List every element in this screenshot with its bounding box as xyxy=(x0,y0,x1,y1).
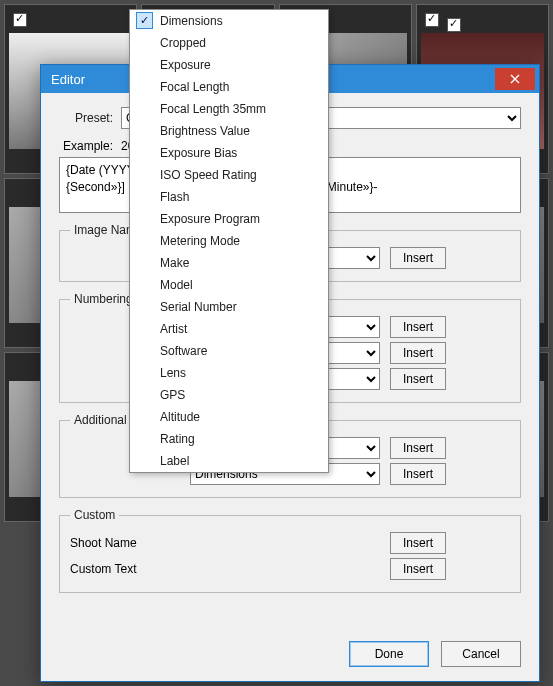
dropdown-item[interactable]: Exposure xyxy=(130,54,328,76)
dropdown-item[interactable]: Rating xyxy=(130,428,328,450)
dropdown-item[interactable]: Exposure Program xyxy=(130,208,328,230)
group-custom: Custom Shoot Name Insert Custom Text Ins… xyxy=(59,508,521,593)
dropdown-item[interactable]: Serial Number xyxy=(130,296,328,318)
dropdown-item[interactable]: Exposure Bias xyxy=(130,142,328,164)
dropdown-item[interactable]: Artist xyxy=(130,318,328,340)
preset-label: Preset: xyxy=(59,111,113,125)
dropdown-item[interactable]: Flash xyxy=(130,186,328,208)
dialog-title: Editor xyxy=(51,72,85,87)
dropdown-item[interactable]: Altitude xyxy=(130,406,328,428)
dropdown-item[interactable]: Lens xyxy=(130,362,328,384)
insert-button[interactable]: Insert xyxy=(390,368,446,390)
dropdown-item[interactable]: Software xyxy=(130,340,328,362)
dropdown-item[interactable]: Brightness Value xyxy=(130,120,328,142)
insert-button[interactable]: Insert xyxy=(390,247,446,269)
insert-button[interactable]: Insert xyxy=(390,342,446,364)
insert-button[interactable]: Insert xyxy=(390,463,446,485)
dropdown-item[interactable]: Make xyxy=(130,252,328,274)
dropdown-item[interactable]: Cropped xyxy=(130,32,328,54)
dropdown-item[interactable]: Model xyxy=(130,274,328,296)
dropdown-item[interactable]: Dimensions xyxy=(130,10,328,32)
custom-text-label: Custom Text xyxy=(70,562,190,576)
close-button[interactable] xyxy=(495,68,535,90)
done-button[interactable]: Done xyxy=(349,641,429,667)
insert-button[interactable]: Insert xyxy=(390,558,446,580)
dropdown-item[interactable]: GPS xyxy=(130,384,328,406)
dropdown-item[interactable]: Label xyxy=(130,450,328,472)
insert-button[interactable]: Insert xyxy=(390,316,446,338)
cancel-button[interactable]: Cancel xyxy=(441,641,521,667)
dropdown-item[interactable]: Metering Mode xyxy=(130,230,328,252)
close-icon xyxy=(510,74,520,84)
dropdown-item[interactable]: Focal Length 35mm xyxy=(130,98,328,120)
insert-button[interactable]: Insert xyxy=(390,437,446,459)
dropdown-item[interactable]: Focal Length xyxy=(130,76,328,98)
metadata-dropdown[interactable]: DimensionsCroppedExposureFocal LengthFoc… xyxy=(129,9,329,473)
dropdown-item[interactable]: ISO Speed Rating xyxy=(130,164,328,186)
insert-button[interactable]: Insert xyxy=(390,532,446,554)
shoot-name-label: Shoot Name xyxy=(70,536,190,550)
example-label: Example: xyxy=(59,139,113,153)
